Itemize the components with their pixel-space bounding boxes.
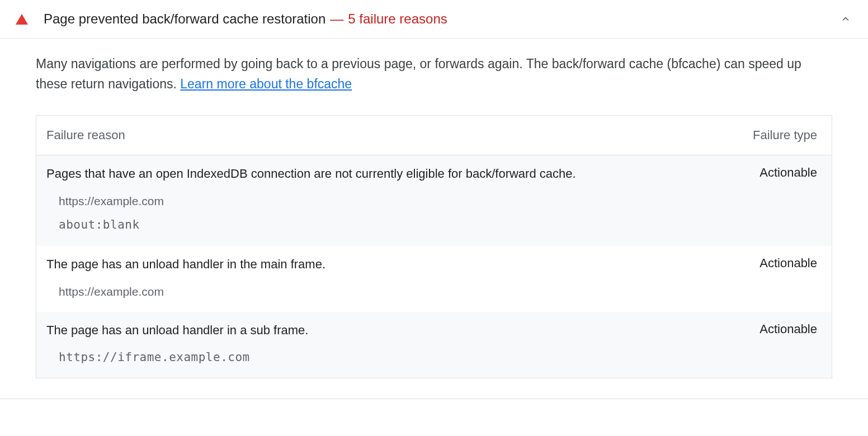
panel-title: Page prevented back/forward cache restor… [44, 11, 326, 27]
audit-panel: Page prevented back/forward cache restor… [0, 0, 868, 399]
url-item: https://example.com [59, 283, 822, 300]
description: Many navigations are performed by going … [36, 54, 832, 94]
header-failure-type: Failure type [753, 128, 822, 143]
table-row: The page has an unload handler in a sub … [36, 312, 832, 378]
url-list: https://iframe.example.com [46, 349, 822, 366]
failure-reason: Pages that have an open IndexedDB connec… [46, 165, 743, 183]
description-text: Many navigations are performed by going … [36, 56, 801, 91]
failure-table: Failure reason Failure type Pages that h… [36, 115, 832, 378]
row-top: The page has an unload handler in a sub … [46, 322, 822, 339]
row-top: Pages that have an open IndexedDB connec… [46, 165, 822, 183]
header-failure-reason: Failure reason [46, 128, 753, 143]
panel-content: Many navigations are performed by going … [0, 39, 868, 399]
failure-reason: The page has an unload handler in a sub … [46, 322, 743, 339]
table-header: Failure reason Failure type [36, 116, 832, 155]
url-item: https://example.com [59, 193, 822, 209]
table-body: Pages that have an open IndexedDB connec… [36, 155, 832, 378]
table-row: The page has an unload handler in the ma… [36, 246, 832, 312]
chevron-up-icon[interactable] [839, 12, 852, 26]
table-row: Pages that have an open IndexedDB connec… [36, 155, 832, 246]
failure-type: Actionable [743, 165, 822, 180]
dash-separator: — [330, 11, 343, 27]
learn-more-link[interactable]: Learn more about the bfcache [180, 77, 352, 91]
url-list: https://example.comabout:blank [46, 193, 822, 234]
panel-header[interactable]: Page prevented back/forward cache restor… [0, 0, 868, 39]
failure-reason: The page has an unload handler in the ma… [46, 256, 743, 273]
url-item: https://iframe.example.com [59, 349, 822, 366]
failure-count-label: 5 failure reasons [348, 11, 447, 27]
url-item: about:blank [59, 217, 822, 233]
failure-type: Actionable [743, 256, 822, 271]
row-top: The page has an unload handler in the ma… [46, 256, 822, 273]
url-list: https://example.com [46, 283, 822, 300]
error-triangle-icon [16, 14, 28, 25]
failure-type: Actionable [743, 322, 822, 337]
